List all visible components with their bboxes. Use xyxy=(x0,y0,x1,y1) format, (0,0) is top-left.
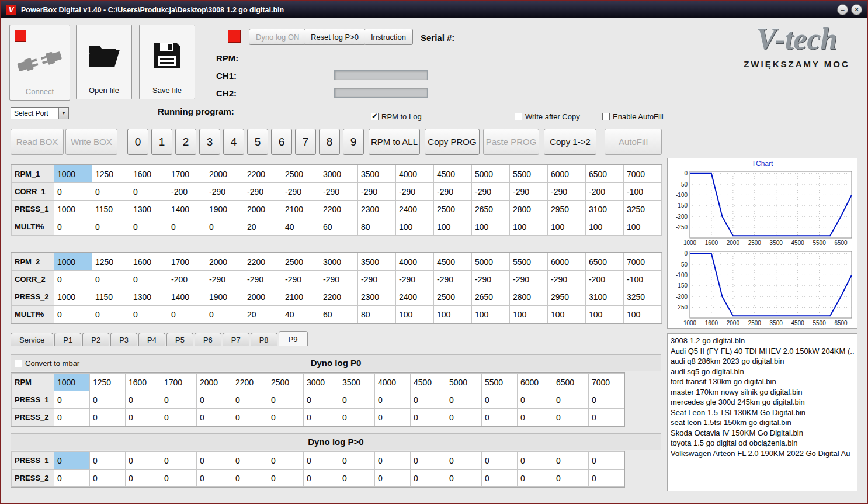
value-cell[interactable]: 3000 xyxy=(320,165,358,183)
value-cell[interactable]: 2300 xyxy=(358,201,396,218)
value-cell[interactable]: 2500 xyxy=(434,201,472,218)
save-file-button[interactable]: Save file xyxy=(139,25,195,99)
value-cell[interactable]: -290 xyxy=(282,271,320,288)
value-cell[interactable]: 0 xyxy=(90,452,126,470)
value-cell[interactable]: 0 xyxy=(339,409,375,426)
value-cell[interactable]: 0 xyxy=(553,470,589,487)
value-cell[interactable]: 0 xyxy=(232,452,268,470)
value-cell[interactable]: 0 xyxy=(54,271,92,288)
value-cell[interactable]: 0 xyxy=(130,183,168,201)
program-2-button[interactable]: 2 xyxy=(175,129,196,155)
value-cell[interactable]: 2500 xyxy=(434,288,472,306)
value-cell[interactable]: 4500 xyxy=(411,374,446,391)
value-cell[interactable]: 0 xyxy=(161,391,197,409)
value-cell[interactable]: 100 xyxy=(548,306,586,323)
value-cell[interactable]: 0 xyxy=(206,218,244,236)
value-cell[interactable]: 1000 xyxy=(54,288,92,306)
value-cell[interactable]: 0 xyxy=(126,409,161,426)
value-cell[interactable]: 0 xyxy=(268,452,304,470)
checkbox-box[interactable] xyxy=(515,113,522,120)
value-cell[interactable]: 100 xyxy=(434,218,472,236)
value-cell[interactable]: 5500 xyxy=(510,253,548,271)
value-cell[interactable]: 100 xyxy=(624,306,662,323)
rpm-to-all-button[interactable]: RPM to ALL xyxy=(369,129,420,155)
value-cell[interactable]: 1600 xyxy=(130,165,168,183)
value-cell[interactable]: -200 xyxy=(168,183,206,201)
value-cell[interactable]: 2000 xyxy=(244,288,282,306)
value-cell[interactable]: 2100 xyxy=(282,201,320,218)
read-box-button[interactable]: Read BOX xyxy=(11,129,64,155)
value-cell[interactable]: 3000 xyxy=(304,374,339,391)
connect-button[interactable]: Connect xyxy=(9,25,70,101)
value-cell[interactable]: 40 xyxy=(282,306,320,323)
value-cell[interactable]: 0 xyxy=(553,391,589,409)
write-after-copy-checkbox[interactable]: Write after Copy xyxy=(515,112,580,121)
value-cell[interactable]: 3500 xyxy=(358,165,396,183)
dropdown-arrow-icon[interactable]: ▼ xyxy=(58,108,68,119)
file-list-item[interactable]: master 170km nowy silnik go digital.bin xyxy=(671,387,854,398)
value-cell[interactable]: 0 xyxy=(197,452,232,470)
file-list-item[interactable]: toyota 1.5 go digital od obciążenia.bin xyxy=(671,438,854,448)
value-cell[interactable]: 0 xyxy=(482,391,518,409)
value-cell[interactable]: 0 xyxy=(161,452,197,470)
value-cell[interactable]: 7000 xyxy=(589,374,624,391)
value-cell[interactable]: 4000 xyxy=(375,374,411,391)
value-cell[interactable]: 0 xyxy=(589,470,624,487)
value-cell[interactable]: 0 xyxy=(553,409,589,426)
value-cell[interactable]: 1600 xyxy=(126,374,161,391)
value-cell[interactable]: 2100 xyxy=(282,288,320,306)
value-cell[interactable]: 0 xyxy=(232,409,268,426)
value-cell[interactable]: 2500 xyxy=(268,374,304,391)
value-cell[interactable]: -290 xyxy=(282,183,320,201)
value-cell[interactable]: 0 xyxy=(54,183,92,201)
value-cell[interactable]: 0 xyxy=(92,183,130,201)
file-list-item[interactable]: 3008 1.2 go digital.bin xyxy=(671,336,854,346)
reset-log-button[interactable]: Reset log P>0 xyxy=(304,29,366,45)
value-cell[interactable]: 6000 xyxy=(518,374,553,391)
value-cell[interactable]: 0 xyxy=(446,391,482,409)
file-list-item[interactable]: Seat Leon 1.5 TSI 130KM Go Digital.bin xyxy=(671,408,854,418)
tab-p2[interactable]: P2 xyxy=(82,333,109,346)
program-6-button[interactable]: 6 xyxy=(271,129,292,155)
value-cell[interactable]: 0 xyxy=(90,391,126,409)
tab-p4[interactable]: P4 xyxy=(138,333,165,346)
value-cell[interactable]: 5500 xyxy=(510,165,548,183)
file-list-item[interactable]: Volkswagen Arteon FL 2.0 190KM 2022 Go D… xyxy=(671,448,854,459)
program-0-button[interactable]: 0 xyxy=(127,129,148,155)
value-cell[interactable]: -100 xyxy=(624,183,662,201)
value-cell[interactable]: -200 xyxy=(168,271,206,288)
value-cell[interactable]: 0 xyxy=(232,470,268,487)
program-5-button[interactable]: 5 xyxy=(247,129,268,155)
value-cell[interactable]: 100 xyxy=(586,306,624,323)
tab-p6[interactable]: P6 xyxy=(195,333,221,346)
value-cell[interactable]: 4000 xyxy=(396,253,434,271)
value-cell[interactable]: 2650 xyxy=(472,288,510,306)
value-cell[interactable]: 5000 xyxy=(446,374,482,391)
value-cell[interactable]: -290 xyxy=(510,271,548,288)
value-cell[interactable]: 7000 xyxy=(624,165,662,183)
value-cell[interactable]: 2200 xyxy=(244,253,282,271)
value-cell[interactable]: 2200 xyxy=(244,165,282,183)
value-cell[interactable]: 100 xyxy=(434,306,472,323)
value-cell[interactable]: 2200 xyxy=(320,201,358,218)
tab-p9[interactable]: P9 xyxy=(279,331,308,346)
value-cell[interactable]: 0 xyxy=(375,391,411,409)
value-cell[interactable]: -200 xyxy=(586,271,624,288)
value-cell[interactable]: 1900 xyxy=(206,288,244,306)
value-cell[interactable]: 0 xyxy=(268,409,304,426)
value-cell[interactable]: 0 xyxy=(268,470,304,487)
value-cell[interactable]: 0 xyxy=(92,306,130,323)
value-cell[interactable]: 100 xyxy=(396,306,434,323)
program-7-button[interactable]: 7 xyxy=(295,129,316,155)
value-cell[interactable]: 0 xyxy=(589,452,624,470)
enable-autofill-checkbox[interactable]: Enable AutoFill xyxy=(602,112,664,121)
checkbox-box[interactable] xyxy=(15,360,22,367)
value-cell[interactable]: 0 xyxy=(161,409,197,426)
value-cell[interactable]: -290 xyxy=(434,271,472,288)
value-cell[interactable]: 3250 xyxy=(624,201,662,218)
value-cell[interactable]: 1300 xyxy=(130,201,168,218)
value-cell[interactable]: 0 xyxy=(411,452,446,470)
value-cell[interactable]: -290 xyxy=(358,183,396,201)
value-cell[interactable]: -290 xyxy=(358,271,396,288)
value-cell[interactable]: 0 xyxy=(446,409,482,426)
